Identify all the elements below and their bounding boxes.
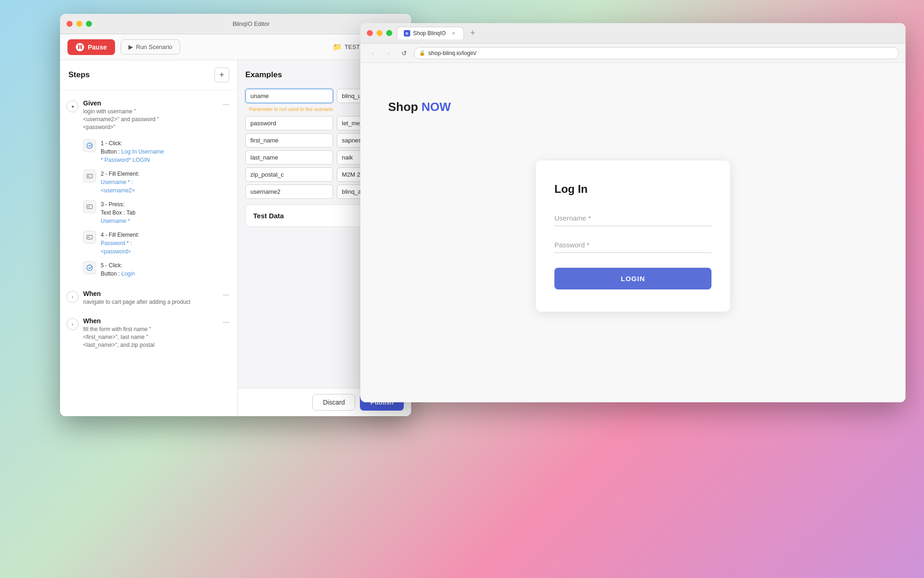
shop-text: Shop (388, 100, 421, 114)
traffic-lights (67, 21, 92, 27)
editor-toolbar: Pause ▶ Run Scenario 📁 TEST ▾ ↺ ⊟ (60, 34, 411, 60)
steps-title: Steps (68, 70, 90, 80)
substep-4-link: Password * : (101, 240, 132, 246)
username-field (554, 210, 711, 226)
tab-label: Shop BlinqIO (413, 30, 446, 37)
browser-tab-bar: B Shop BlinqIO × + (397, 27, 899, 39)
browser-minimize-light[interactable] (377, 30, 383, 36)
pause-bars-icon (78, 45, 82, 49)
shop-now-text: NOW (421, 100, 451, 114)
substep-4: 4 - Fill Element: Password * : <password… (83, 228, 231, 258)
examples-title: Examples (245, 70, 282, 80)
example-cell-6-1[interactable] (245, 184, 333, 199)
substep-4-text: 4 - Fill Element: Password * : <password… (101, 231, 139, 256)
when1-description: navigate to cart page after adding a pro… (83, 298, 217, 306)
given-group: ▾ Given login with username "<username2>… (60, 96, 237, 283)
close-traffic-light[interactable] (67, 21, 73, 27)
editor-window-title: BlinqIO Editor (97, 20, 405, 27)
when1-chevron[interactable]: › (67, 291, 79, 303)
given-description: login with username "<username2>" and pa… (83, 108, 217, 131)
browser-tab-active[interactable]: B Shop BlinqIO × (397, 27, 464, 39)
substep-1-link[interactable]: Log In Username (122, 148, 164, 155)
given-chevron[interactable]: ▾ (67, 100, 79, 112)
svg-point-7 (87, 265, 92, 271)
given-substeps: 1 - Click: Button : Log In Username * Pa… (60, 135, 237, 283)
pause-button[interactable]: Pause (67, 39, 115, 55)
forward-button[interactable]: › (383, 47, 395, 59)
when2-chevron[interactable]: › (67, 318, 79, 330)
when1-more-button[interactable]: ··· (221, 290, 231, 300)
when-group-2-header: › When fill the form with first name "<f… (60, 314, 237, 352)
example-cell-2-1[interactable] (245, 116, 333, 130)
address-bar[interactable]: 🔒 shop-blinq.io/login/ (414, 47, 899, 59)
when-group-2: › When fill the form with first name "<f… (60, 314, 237, 352)
when-group-1: › When navigate to cart page after addin… (60, 286, 237, 310)
substep-1-icon (83, 139, 96, 152)
username-input[interactable] (554, 210, 711, 226)
example-cell-3-1[interactable] (245, 133, 333, 148)
substep-1-extra: * Password* (101, 157, 131, 163)
folder-icon: 📁 (333, 43, 342, 51)
substep-5-link: Login (122, 271, 135, 277)
nav-refresh-button[interactable]: ↺ (398, 47, 410, 59)
when-group-1-header: › When navigate to cart page after addin… (60, 286, 237, 310)
substep-1-text: 1 - Click: Button : Log In Username * Pa… (101, 139, 164, 164)
given-group-content: Given login with username "<username2>" … (83, 99, 217, 131)
tab-close-button[interactable]: × (450, 30, 457, 37)
password-input[interactable] (554, 237, 711, 253)
substep-2-text: 2 - Fill Element: Username * : <username… (101, 170, 139, 195)
svg-point-0 (87, 143, 92, 148)
tab-favicon: B (404, 30, 410, 37)
example-cell-4-1[interactable] (245, 150, 333, 165)
when1-label: When (83, 290, 217, 297)
minimize-traffic-light[interactable] (76, 21, 82, 27)
play-icon: ▶ (128, 43, 133, 50)
password-field (554, 237, 711, 253)
editor-titlebar: BlinqIO Editor (60, 14, 411, 34)
given-more-button[interactable]: ··· (221, 99, 231, 110)
substep-5-text: 5 - Click: Button : Login (101, 261, 135, 278)
substep-3-link: Username * (101, 218, 130, 224)
login-card: Log In LOGIN (536, 160, 730, 312)
when2-label: When (83, 317, 217, 325)
substep-2: 2 - Fill Element: Username * : <username… (83, 167, 231, 197)
when1-group-content: When navigate to cart page after adding … (83, 290, 217, 306)
fullscreen-traffic-light[interactable] (86, 21, 92, 27)
when2-group-content: When fill the form with first name "<fir… (83, 317, 217, 349)
test-data-title: Test Data (253, 212, 284, 220)
run-scenario-button[interactable]: ▶ Run Scenario (121, 39, 180, 55)
shop-header: Shop NOW (388, 100, 878, 114)
substep-3-icon (83, 200, 96, 213)
browser-content: Shop NOW Log In LOGIN (360, 63, 906, 402)
folder-label: TEST (345, 43, 360, 50)
new-tab-button[interactable]: + (468, 28, 478, 38)
substep-2-value: <username2> (101, 187, 135, 194)
substep-3: 3 - Press: Text Box : Tab Username * (83, 197, 231, 228)
substep-5: 5 - Click: Button : Login (83, 258, 231, 281)
login-card-container: Log In LOGIN (388, 133, 878, 312)
browser-page: Shop NOW Log In LOGIN (360, 100, 906, 312)
add-step-button[interactable]: + (214, 68, 229, 82)
when2-more-button[interactable]: ··· (221, 317, 231, 327)
steps-panel: Steps + ▾ Given login with username "<us… (60, 60, 238, 416)
substep-4-icon (83, 231, 96, 244)
substep-4-value: <password> (101, 248, 131, 255)
back-button[interactable]: ‹ (367, 47, 379, 59)
example-cell-5-1[interactable] (245, 167, 333, 182)
substep-3-text: 3 - Press: Text Box : Tab Username * (101, 200, 135, 225)
steps-list: ▾ Given login with username "<username2>… (60, 90, 237, 416)
lock-icon: 🔒 (419, 50, 426, 56)
given-group-header: ▾ Given login with username "<username2>… (60, 96, 237, 135)
browser-fullscreen-light[interactable] (386, 30, 392, 36)
browser-traffic-lights (367, 30, 392, 36)
login-button[interactable]: LOGIN (554, 268, 711, 289)
browser-titlebar: B Shop BlinqIO × + (360, 23, 906, 43)
browser-window: B Shop BlinqIO × + ‹ › ↺ 🔒 shop-blinq.io… (360, 23, 906, 402)
discard-button[interactable]: Discard (312, 394, 355, 411)
pause-label: Pause (88, 43, 107, 51)
example-cell-1-1[interactable] (245, 89, 333, 103)
substep-2-icon (83, 170, 96, 183)
substep-1-extra2: LOGIN (133, 157, 150, 163)
steps-header: Steps + (60, 60, 237, 90)
browser-close-light[interactable] (367, 30, 373, 36)
